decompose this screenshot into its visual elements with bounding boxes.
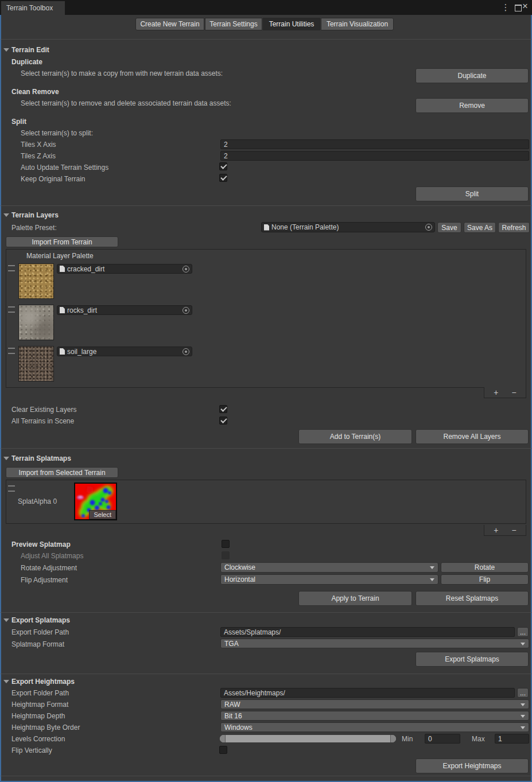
auto-update-label: Auto Update Terrain Settings (21, 164, 108, 172)
palette-preset-objectfield[interactable]: None (Terrain Palette) (261, 222, 435, 232)
window-tab[interactable]: Terrain Toolbox (1, 1, 65, 15)
split-button[interactable]: Split (415, 186, 529, 201)
export-height-folder-input[interactable] (220, 688, 515, 698)
flip-adjustment-dropdown[interactable]: Horizontal (220, 574, 438, 585)
asset-icon (60, 348, 65, 355)
rotate-adjustment-dropdown[interactable]: Clockwise (220, 562, 438, 573)
min-input[interactable] (425, 734, 460, 744)
asset-icon (60, 307, 65, 313)
preview-splatmap-checkbox[interactable] (222, 540, 230, 548)
layer-thumbnail-cracked-dirt[interactable] (19, 264, 53, 298)
object-picker-icon[interactable] (182, 306, 190, 314)
rotate-button[interactable]: Rotate (441, 562, 529, 573)
export-heightmaps-button[interactable]: Export Heightmaps (415, 758, 529, 773)
layer-objectfield-cracked-dirt[interactable]: cracked_dirt (57, 264, 192, 274)
remove-all-layers-button[interactable]: Remove All Layers (415, 429, 529, 444)
reset-splatmaps-button[interactable]: Reset Splatmaps (415, 591, 529, 606)
section-export-heightmaps[interactable]: Export Heightmaps (11, 678, 75, 686)
splatmap-thumbnail[interactable]: Select (74, 483, 117, 520)
heightmap-depth-dropdown[interactable]: Bit 16 (220, 711, 529, 721)
drag-handle-icon[interactable] (8, 306, 15, 313)
tab-terrain-utilities[interactable]: Terrain Utilities (263, 18, 320, 30)
export-height-browse-button[interactable]: ... (517, 688, 529, 698)
tab-create-new-terrain[interactable]: Create New Terrain (135, 18, 204, 30)
heightmap-byte-order-dropdown[interactable]: Windows (220, 722, 529, 732)
save-as-button[interactable]: Save As (464, 222, 496, 233)
layer-thumbnail-soil-large[interactable] (19, 347, 53, 381)
close-icon[interactable]: × (520, 1, 530, 11)
refresh-button[interactable]: Refresh (498, 222, 530, 233)
terrain-toolbox-window: Terrain Toolbox ⋮ × Create New Terrain T… (0, 0, 532, 782)
auto-update-checkbox[interactable] (219, 162, 227, 170)
clear-existing-label: Clear Existing Layers (11, 406, 76, 414)
drag-handle-icon[interactable] (8, 485, 15, 492)
object-picker-icon[interactable] (182, 348, 190, 356)
adjust-all-checkbox[interactable] (222, 551, 230, 559)
asset-icon (264, 224, 269, 231)
save-button[interactable]: Save (437, 222, 461, 233)
flip-vertically-checkbox[interactable] (219, 746, 227, 754)
apply-to-terrain-button[interactable]: Apply to Terrain (298, 591, 412, 606)
chevron-down-icon (521, 703, 525, 706)
export-splat-folder-label: Export Folder Path (11, 628, 69, 636)
window-menu-icon[interactable]: ⋮ (500, 2, 511, 13)
layer-list-footer: + − (484, 387, 526, 398)
export-splat-folder-input[interactable] (220, 627, 515, 637)
chevron-down-icon (430, 578, 434, 581)
flip-button[interactable]: Flip (441, 574, 529, 585)
chevron-down-icon (521, 715, 525, 718)
chevron-down-icon[interactable] (3, 680, 9, 683)
split-description: Select terrain(s) to split: (21, 129, 93, 137)
layer-objectfield-rocks-dirt[interactable]: rocks_dirt (57, 305, 192, 315)
section-terrain-layers[interactable]: Terrain Layers (11, 211, 59, 219)
heightmap-byte-order-label: Heightmap Byte Order (11, 723, 80, 732)
tab-terrain-visualization[interactable]: Terrain Visualization (321, 18, 394, 30)
object-picker-icon[interactable] (182, 265, 190, 273)
keep-original-label: Keep Original Terrain (21, 175, 86, 183)
drag-handle-icon[interactable] (8, 265, 15, 271)
tiles-z-input[interactable] (220, 151, 529, 161)
layer-objectfield-soil-large[interactable]: soil_large (57, 347, 192, 356)
keep-original-checkbox[interactable] (219, 174, 227, 182)
asset-icon (60, 266, 65, 272)
splatmap-format-dropdown[interactable]: TGA (220, 639, 529, 648)
all-terrains-checkbox[interactable] (219, 417, 227, 425)
max-input[interactable] (495, 734, 529, 744)
slider-max-handle[interactable] (390, 735, 396, 742)
chevron-down-icon (430, 566, 434, 569)
section-terrain-edit[interactable]: Terrain Edit (11, 46, 49, 54)
heightmap-format-dropdown[interactable]: RAW (220, 699, 529, 709)
chevron-down-icon[interactable] (3, 48, 9, 52)
slider-min-handle[interactable] (220, 735, 226, 742)
remove-layer-button[interactable]: − (508, 388, 521, 397)
section-terrain-splatmaps[interactable]: Terrain Splatmaps (11, 454, 71, 462)
palette-list-header: Material Layer Palette (26, 252, 94, 260)
levels-correction-label: Levels Correction (11, 735, 65, 743)
chevron-down-icon[interactable] (3, 618, 9, 622)
divider (0, 612, 532, 613)
levels-correction-slider[interactable] (220, 735, 396, 742)
add-to-terrain-button[interactable]: Add to Terrain(s) (298, 429, 412, 444)
export-splat-browse-button[interactable]: ... (517, 627, 529, 637)
chevron-down-icon[interactable] (3, 457, 9, 460)
import-from-terrain-button[interactable]: Import From Terrain (6, 236, 118, 247)
tiles-x-input[interactable] (220, 139, 529, 149)
chevron-down-icon[interactable] (3, 213, 9, 217)
add-splatmap-button[interactable]: + (490, 526, 502, 535)
flip-vertically-label: Flip Vertically (11, 746, 52, 754)
clear-existing-checkbox[interactable] (219, 405, 227, 413)
duplicate-button[interactable]: Duplicate (415, 68, 529, 83)
tab-terrain-settings[interactable]: Terrain Settings (205, 18, 262, 30)
object-picker-icon[interactable] (425, 223, 433, 231)
clean-remove-description: Select terrain(s) to remove and delete a… (21, 99, 231, 107)
remove-button[interactable]: Remove (415, 98, 529, 113)
add-layer-button[interactable]: + (490, 388, 502, 397)
export-splatmaps-button[interactable]: Export Splatmaps (415, 652, 529, 667)
import-from-selected-terrain-button[interactable]: Import from Selected Terrain (6, 467, 118, 478)
remove-splatmap-button[interactable]: − (508, 526, 521, 535)
layer-thumbnail-rocks-dirt[interactable] (19, 305, 53, 340)
section-export-splatmaps[interactable]: Export Splatmaps (11, 616, 70, 624)
splatmap-format-label: Splatmap Format (11, 640, 64, 648)
splatmap-select-button[interactable]: Select (89, 510, 116, 519)
drag-handle-icon[interactable] (8, 348, 15, 354)
